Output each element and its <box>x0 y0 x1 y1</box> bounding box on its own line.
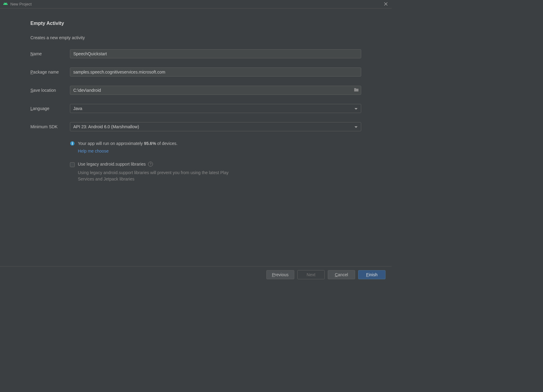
close-icon[interactable] <box>383 2 389 7</box>
name-input[interactable] <box>70 49 361 58</box>
name-label: Name <box>30 51 70 56</box>
window-title: New Project <box>10 2 32 6</box>
minsdk-select[interactable]: API 23: Android 6.0 (Marshmallow) <box>70 122 361 131</box>
svg-rect-1 <box>72 143 73 145</box>
cancel-button[interactable]: Cancel <box>328 270 355 279</box>
location-input[interactable] <box>70 86 361 95</box>
finish-button[interactable]: Finish <box>358 270 386 279</box>
package-label: Package name <box>30 70 70 74</box>
page-title: Empty Activity <box>30 21 361 26</box>
legacy-description: Using legacy android.support libraries w… <box>78 170 242 182</box>
package-input[interactable] <box>70 67 361 77</box>
language-label: Language <box>30 106 70 111</box>
dialog-content: Empty Activity Creates a new empty activ… <box>0 9 392 266</box>
next-button: Next <box>297 270 325 279</box>
help-me-choose-link[interactable]: Help me choose <box>78 148 109 154</box>
help-icon[interactable]: ? <box>148 162 153 167</box>
minsdk-label: Minimum SDK <box>30 124 70 129</box>
svg-point-2 <box>72 142 73 143</box>
folder-icon[interactable] <box>354 88 359 93</box>
legacy-label: Use legacy android.support libraries <box>78 162 146 167</box>
titlebar: New Project <box>0 0 392 9</box>
language-select[interactable]: Java <box>70 104 361 113</box>
previous-button[interactable]: Previous <box>266 270 294 279</box>
info-icon <box>70 141 75 147</box>
android-icon <box>3 1 8 7</box>
page-subtitle: Creates a new empty activity <box>30 35 361 40</box>
device-coverage-text: Your app will run on approximately 95.6%… <box>78 140 178 154</box>
legacy-checkbox[interactable] <box>70 162 75 167</box>
button-bar: Previous Next Cancel Finish <box>0 266 392 283</box>
location-label: Save location <box>30 88 70 93</box>
